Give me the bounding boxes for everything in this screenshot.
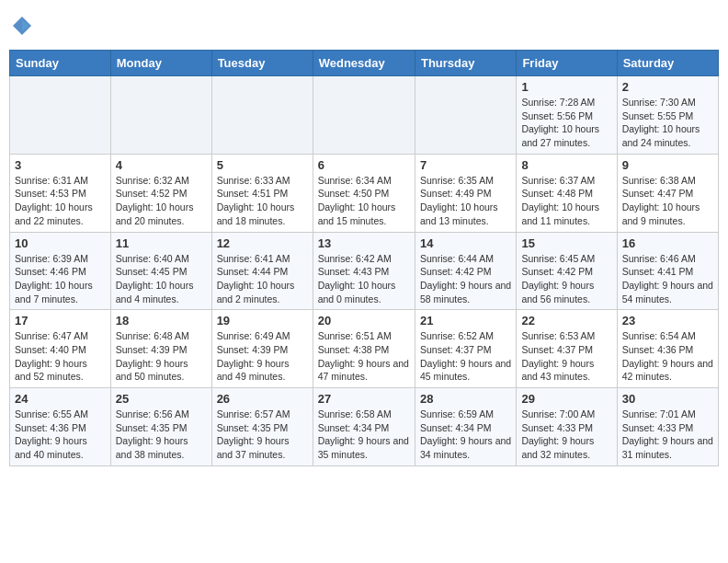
calendar-cell bbox=[415, 76, 516, 155]
day-number: 6 bbox=[318, 158, 410, 172]
day-info: Sunrise: 6:44 AM Sunset: 4:42 PM Dayligh… bbox=[420, 252, 511, 306]
weekday-header-saturday: Saturday bbox=[617, 51, 718, 76]
day-info: Sunrise: 6:34 AM Sunset: 4:50 PM Dayligh… bbox=[318, 174, 410, 228]
day-number: 27 bbox=[318, 392, 410, 406]
calendar-header: SundayMondayTuesdayWednesdayThursdayFrid… bbox=[10, 51, 719, 76]
day-info: Sunrise: 6:42 AM Sunset: 4:43 PM Dayligh… bbox=[318, 252, 410, 306]
day-info: Sunrise: 7:28 AM Sunset: 5:56 PM Dayligh… bbox=[521, 96, 611, 150]
weekday-header-friday: Friday bbox=[517, 51, 617, 76]
calendar-cell: 17Sunrise: 6:47 AM Sunset: 4:40 PM Dayli… bbox=[10, 310, 111, 388]
weekday-header-sunday: Sunday bbox=[10, 51, 111, 76]
calendar-cell: 21Sunrise: 6:52 AM Sunset: 4:37 PM Dayli… bbox=[415, 310, 516, 388]
calendar-cell: 20Sunrise: 6:51 AM Sunset: 4:38 PM Dayli… bbox=[313, 310, 415, 388]
calendar-cell: 13Sunrise: 6:42 AM Sunset: 4:43 PM Dayli… bbox=[313, 232, 415, 310]
day-number: 2 bbox=[622, 80, 713, 94]
day-info: Sunrise: 6:33 AM Sunset: 4:51 PM Dayligh… bbox=[217, 174, 308, 228]
calendar-cell: 11Sunrise: 6:40 AM Sunset: 4:45 PM Dayli… bbox=[110, 232, 211, 310]
day-number: 15 bbox=[521, 236, 611, 250]
day-info: Sunrise: 6:57 AM Sunset: 4:35 PM Dayligh… bbox=[217, 408, 308, 462]
logo bbox=[9, 13, 37, 39]
day-info: Sunrise: 6:51 AM Sunset: 4:38 PM Dayligh… bbox=[318, 329, 410, 384]
day-info: Sunrise: 7:00 AM Sunset: 4:33 PM Dayligh… bbox=[521, 408, 611, 462]
day-info: Sunrise: 6:54 AM Sunset: 4:36 PM Dayligh… bbox=[622, 329, 713, 384]
calendar-cell: 15Sunrise: 6:45 AM Sunset: 4:42 PM Dayli… bbox=[517, 232, 617, 310]
calendar-cell: 25Sunrise: 6:56 AM Sunset: 4:35 PM Dayli… bbox=[110, 388, 211, 466]
day-info: Sunrise: 6:53 AM Sunset: 4:37 PM Dayligh… bbox=[521, 329, 611, 384]
day-info: Sunrise: 6:58 AM Sunset: 4:34 PM Dayligh… bbox=[318, 408, 410, 462]
day-number: 26 bbox=[217, 392, 308, 406]
calendar-cell: 9Sunrise: 6:38 AM Sunset: 4:47 PM Daylig… bbox=[617, 154, 718, 232]
day-number: 25 bbox=[116, 392, 207, 406]
calendar-cell bbox=[211, 76, 313, 155]
day-number: 17 bbox=[15, 314, 106, 327]
day-number: 8 bbox=[521, 158, 611, 172]
day-info: Sunrise: 6:59 AM Sunset: 4:34 PM Dayligh… bbox=[420, 408, 511, 462]
day-number: 24 bbox=[15, 392, 106, 406]
day-number: 18 bbox=[116, 314, 207, 327]
day-info: Sunrise: 6:40 AM Sunset: 4:45 PM Dayligh… bbox=[116, 252, 207, 306]
weekday-header-thursday: Thursday bbox=[415, 51, 516, 76]
calendar-cell: 30Sunrise: 7:01 AM Sunset: 4:33 PM Dayli… bbox=[617, 388, 718, 466]
day-info: Sunrise: 6:49 AM Sunset: 4:39 PM Dayligh… bbox=[217, 329, 308, 384]
day-info: Sunrise: 6:41 AM Sunset: 4:44 PM Dayligh… bbox=[217, 252, 308, 306]
day-number: 11 bbox=[116, 236, 207, 250]
calendar-cell: 29Sunrise: 7:00 AM Sunset: 4:33 PM Dayli… bbox=[517, 388, 617, 466]
header-row: SundayMondayTuesdayWednesdayThursdayFrid… bbox=[10, 51, 719, 76]
calendar-cell: 16Sunrise: 6:46 AM Sunset: 4:41 PM Dayli… bbox=[617, 232, 718, 310]
calendar-cell: 26Sunrise: 6:57 AM Sunset: 4:35 PM Dayli… bbox=[211, 388, 313, 466]
calendar-cell bbox=[110, 76, 211, 155]
day-info: Sunrise: 6:48 AM Sunset: 4:39 PM Dayligh… bbox=[116, 329, 207, 384]
day-info: Sunrise: 7:01 AM Sunset: 4:33 PM Dayligh… bbox=[622, 408, 713, 462]
day-number: 3 bbox=[15, 158, 106, 172]
day-info: Sunrise: 6:45 AM Sunset: 4:42 PM Dayligh… bbox=[521, 252, 611, 306]
calendar-cell: 4Sunrise: 6:32 AM Sunset: 4:52 PM Daylig… bbox=[110, 154, 211, 232]
day-number: 28 bbox=[420, 392, 511, 406]
calendar-week-4: 17Sunrise: 6:47 AM Sunset: 4:40 PM Dayli… bbox=[10, 310, 719, 388]
day-info: Sunrise: 6:38 AM Sunset: 4:47 PM Dayligh… bbox=[622, 174, 713, 228]
calendar-cell: 23Sunrise: 6:54 AM Sunset: 4:36 PM Dayli… bbox=[617, 310, 718, 388]
day-number: 9 bbox=[622, 158, 713, 172]
calendar-cell: 10Sunrise: 6:39 AM Sunset: 4:46 PM Dayli… bbox=[10, 232, 111, 310]
calendar-cell: 8Sunrise: 6:37 AM Sunset: 4:48 PM Daylig… bbox=[517, 154, 617, 232]
day-number: 14 bbox=[420, 236, 511, 250]
day-number: 29 bbox=[521, 392, 611, 406]
day-number: 19 bbox=[217, 314, 308, 327]
calendar-cell: 6Sunrise: 6:34 AM Sunset: 4:50 PM Daylig… bbox=[313, 154, 415, 232]
day-info: Sunrise: 6:56 AM Sunset: 4:35 PM Dayligh… bbox=[116, 408, 207, 462]
day-number: 20 bbox=[318, 314, 410, 327]
day-info: Sunrise: 6:46 AM Sunset: 4:41 PM Dayligh… bbox=[622, 252, 713, 306]
calendar-week-3: 10Sunrise: 6:39 AM Sunset: 4:46 PM Dayli… bbox=[10, 232, 719, 310]
day-info: Sunrise: 6:47 AM Sunset: 4:40 PM Dayligh… bbox=[15, 329, 106, 384]
day-info: Sunrise: 7:30 AM Sunset: 5:55 PM Dayligh… bbox=[622, 96, 713, 150]
calendar-cell: 1Sunrise: 7:28 AM Sunset: 5:56 PM Daylig… bbox=[517, 76, 617, 155]
calendar-cell: 19Sunrise: 6:49 AM Sunset: 4:39 PM Dayli… bbox=[211, 310, 313, 388]
calendar-cell: 24Sunrise: 6:55 AM Sunset: 4:36 PM Dayli… bbox=[10, 388, 111, 466]
day-info: Sunrise: 6:32 AM Sunset: 4:52 PM Dayligh… bbox=[116, 174, 207, 228]
calendar-cell: 18Sunrise: 6:48 AM Sunset: 4:39 PM Dayli… bbox=[110, 310, 211, 388]
day-number: 13 bbox=[318, 236, 410, 250]
weekday-header-tuesday: Tuesday bbox=[211, 51, 313, 76]
calendar-cell: 22Sunrise: 6:53 AM Sunset: 4:37 PM Dayli… bbox=[517, 310, 617, 388]
day-number: 22 bbox=[521, 314, 611, 327]
day-number: 5 bbox=[217, 158, 308, 172]
calendar-cell: 2Sunrise: 7:30 AM Sunset: 5:55 PM Daylig… bbox=[617, 76, 718, 155]
calendar-cell: 14Sunrise: 6:44 AM Sunset: 4:42 PM Dayli… bbox=[415, 232, 516, 310]
day-number: 1 bbox=[521, 80, 611, 94]
day-info: Sunrise: 6:52 AM Sunset: 4:37 PM Dayligh… bbox=[420, 329, 511, 384]
day-info: Sunrise: 6:31 AM Sunset: 4:53 PM Dayligh… bbox=[15, 174, 106, 228]
day-info: Sunrise: 6:39 AM Sunset: 4:46 PM Dayligh… bbox=[15, 252, 106, 306]
weekday-header-monday: Monday bbox=[110, 51, 211, 76]
day-number: 30 bbox=[622, 392, 713, 406]
calendar-cell bbox=[10, 76, 111, 155]
calendar-week-5: 24Sunrise: 6:55 AM Sunset: 4:36 PM Dayli… bbox=[10, 388, 719, 466]
day-number: 21 bbox=[420, 314, 511, 327]
calendar-cell: 3Sunrise: 6:31 AM Sunset: 4:53 PM Daylig… bbox=[10, 154, 111, 232]
day-number: 7 bbox=[420, 158, 511, 172]
logo-icon bbox=[9, 13, 35, 39]
day-number: 10 bbox=[15, 236, 106, 250]
day-info: Sunrise: 6:55 AM Sunset: 4:36 PM Dayligh… bbox=[15, 408, 106, 462]
calendar-cell: 7Sunrise: 6:35 AM Sunset: 4:49 PM Daylig… bbox=[415, 154, 516, 232]
day-number: 12 bbox=[217, 236, 308, 250]
calendar-cell: 27Sunrise: 6:58 AM Sunset: 4:34 PM Dayli… bbox=[313, 388, 415, 466]
day-info: Sunrise: 6:37 AM Sunset: 4:48 PM Dayligh… bbox=[521, 174, 611, 228]
